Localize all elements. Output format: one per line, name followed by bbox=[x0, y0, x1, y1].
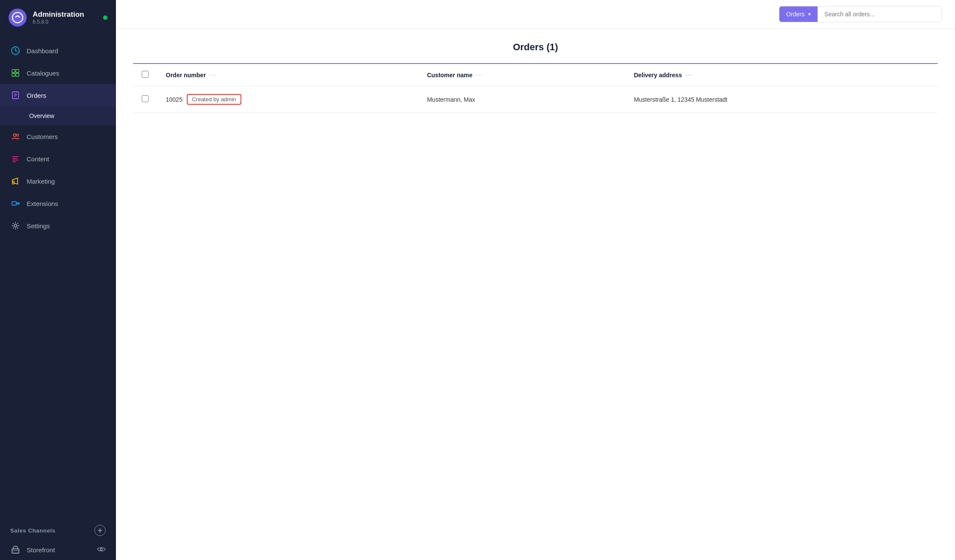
search-type-dropdown[interactable]: Orders ▾ bbox=[779, 6, 818, 22]
catalogues-icon bbox=[10, 68, 21, 78]
chevron-down-icon: ▾ bbox=[808, 11, 811, 17]
app-version: 6.5.8.0 bbox=[33, 19, 84, 25]
delivery-address-cell: Musterstraße 1, 12345 Musterstadt bbox=[625, 86, 938, 113]
sales-channels-label: Sales Channels bbox=[10, 527, 55, 534]
customer-name-header: Customer name ··· bbox=[418, 64, 625, 86]
storefront-label: Storefront bbox=[27, 546, 55, 554]
page-title: Orders (1) bbox=[133, 42, 938, 53]
svg-rect-3 bbox=[16, 70, 19, 73]
orders-icon bbox=[10, 90, 21, 100]
sidebar-item-settings[interactable]: Settings bbox=[0, 215, 116, 237]
dashboard-icon bbox=[10, 45, 21, 56]
table-body: 10025 Created by admin Mustermann, Max M… bbox=[133, 86, 938, 113]
sidebar: Administration 6.5.8.0 Dashboard bbox=[0, 0, 116, 560]
row-checkbox-cell bbox=[133, 86, 157, 113]
content-icon bbox=[10, 154, 21, 164]
status-indicator bbox=[103, 15, 107, 20]
sales-channels-section: Sales Channels + bbox=[0, 518, 116, 539]
svg-rect-5 bbox=[16, 73, 19, 76]
catalogues-label: Catalogues bbox=[27, 70, 59, 77]
topbar: Orders ▾ bbox=[116, 0, 955, 29]
svg-point-11 bbox=[17, 134, 19, 136]
svg-rect-17 bbox=[12, 202, 16, 205]
table-header: Order number ··· Customer name ··· Deliv… bbox=[133, 64, 938, 86]
orders-content: Orders (1) Order number ··· C bbox=[116, 29, 955, 560]
sidebar-item-content[interactable]: Content bbox=[0, 148, 116, 170]
marketing-icon bbox=[10, 176, 21, 186]
created-by-badge: Created by admin bbox=[187, 94, 241, 105]
search-input[interactable] bbox=[818, 6, 942, 22]
svg-point-19 bbox=[14, 224, 17, 227]
order-number-header: Order number ··· bbox=[157, 64, 418, 86]
app-logo bbox=[9, 9, 27, 27]
order-number-cell: 10025 Created by admin bbox=[157, 86, 418, 113]
dashboard-label: Dashboard bbox=[27, 47, 58, 54]
overview-label: Overview bbox=[29, 112, 54, 119]
sidebar-item-orders[interactable]: Orders bbox=[0, 84, 116, 106]
search-container: Orders ▾ bbox=[779, 6, 942, 22]
sidebar-item-storefront[interactable]: Storefront bbox=[0, 539, 116, 560]
content-label: Content bbox=[27, 155, 49, 163]
order-number-value: 10025 bbox=[166, 96, 182, 103]
customers-icon bbox=[10, 131, 21, 142]
storefront-icon bbox=[10, 545, 21, 555]
sidebar-header: Administration 6.5.8.0 bbox=[0, 0, 116, 35]
delivery-address-header: Delivery address ··· bbox=[625, 64, 938, 86]
svg-rect-20 bbox=[12, 549, 19, 553]
extensions-label: Extensions bbox=[27, 200, 58, 207]
marketing-label: Marketing bbox=[27, 178, 55, 185]
svg-point-0 bbox=[12, 12, 23, 23]
select-all-cell bbox=[133, 64, 157, 86]
select-all-checkbox[interactable] bbox=[142, 71, 149, 78]
sidebar-item-overview[interactable]: Overview bbox=[0, 106, 116, 125]
sidebar-item-customers[interactable]: Customers bbox=[0, 125, 116, 148]
customer-name-value: Mustermann, Max bbox=[427, 96, 475, 103]
svg-point-10 bbox=[13, 134, 16, 136]
main-content: Orders ▾ Orders (1) Order number ··· bbox=[116, 0, 955, 560]
row-checkbox[interactable] bbox=[142, 95, 149, 102]
svg-point-22 bbox=[100, 548, 103, 550]
settings-label: Settings bbox=[27, 222, 50, 230]
extensions-icon bbox=[10, 198, 21, 209]
settings-icon bbox=[10, 221, 21, 231]
orders-table: Order number ··· Customer name ··· Deliv… bbox=[133, 63, 938, 113]
delivery-address-col-options[interactable]: ··· bbox=[685, 72, 693, 78]
sidebar-item-marketing[interactable]: Marketing bbox=[0, 170, 116, 192]
svg-rect-2 bbox=[12, 70, 15, 73]
orders-label: Orders bbox=[27, 92, 46, 99]
customer-name-cell: Mustermann, Max bbox=[418, 86, 625, 113]
sidebar-item-catalogues[interactable]: Catalogues bbox=[0, 62, 116, 84]
customer-name-col-options[interactable]: ··· bbox=[476, 72, 483, 78]
eye-icon[interactable] bbox=[97, 545, 106, 554]
sidebar-item-dashboard[interactable]: Dashboard bbox=[0, 39, 116, 62]
search-type-label: Orders bbox=[786, 11, 805, 18]
customers-label: Customers bbox=[27, 133, 58, 140]
sidebar-nav: Dashboard Catalogues bbox=[0, 35, 116, 518]
add-sales-channel-button[interactable]: + bbox=[94, 525, 106, 536]
order-number-col-options[interactable]: ··· bbox=[209, 72, 216, 78]
sidebar-item-extensions[interactable]: Extensions bbox=[0, 192, 116, 215]
delivery-address-value: Musterstraße 1, 12345 Musterstadt bbox=[634, 96, 727, 103]
table-row: 10025 Created by admin Mustermann, Max M… bbox=[133, 86, 938, 113]
app-title: Administration bbox=[33, 10, 84, 19]
svg-rect-4 bbox=[12, 73, 15, 76]
